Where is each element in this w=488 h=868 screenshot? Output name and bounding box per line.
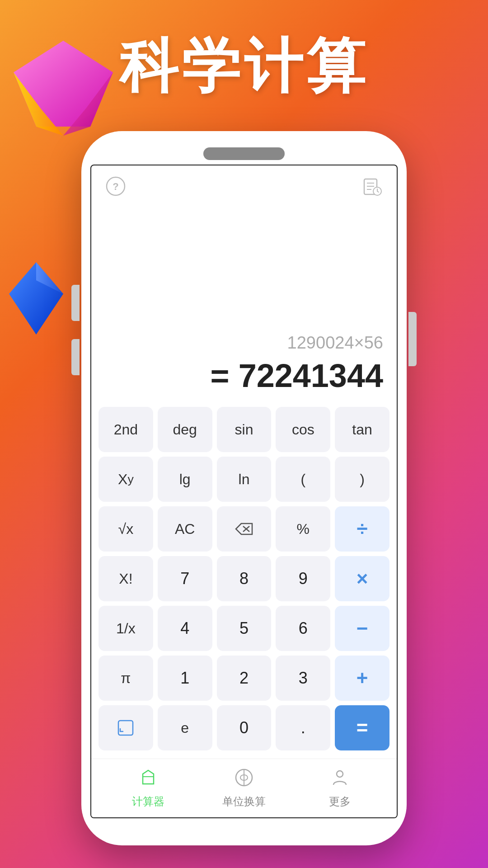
unit-converter-nav-icon [234, 768, 254, 792]
keypad-row-6: π 1 2 3 + [99, 656, 389, 701]
more-nav-label: 更多 [329, 794, 351, 809]
side-button-power [408, 312, 417, 366]
page-title: 科学计算 [0, 27, 488, 107]
key-3[interactable]: 3 [276, 656, 330, 701]
key-subtract[interactable]: − [335, 606, 389, 651]
display-area: 1290024×56 = 72241344 [91, 203, 397, 403]
keypad-row-1: 2nd deg sin cos tan [99, 407, 389, 452]
key-sin[interactable]: sin [217, 407, 272, 452]
keypad-row-2: Xy lg ln ( ) [99, 457, 389, 502]
key-6[interactable]: 6 [276, 606, 330, 651]
svg-point-18 [337, 771, 343, 777]
key-8[interactable]: 8 [217, 556, 272, 601]
key-power[interactable]: Xy [99, 457, 153, 502]
key-2[interactable]: 2 [217, 656, 272, 701]
screen-topbar: ? [91, 165, 397, 203]
key-lg[interactable]: lg [158, 457, 212, 502]
svg-text:?: ? [113, 181, 118, 192]
key-euler[interactable]: e [158, 705, 212, 750]
unit-converter-nav-label: 单位换算 [222, 794, 266, 809]
side-button-volume-down [71, 339, 80, 375]
key-factorial[interactable]: X! [99, 556, 153, 601]
key-close-paren[interactable]: ) [335, 457, 389, 502]
key-multiply[interactable]: × [335, 556, 389, 601]
side-button-volume-up [71, 285, 80, 321]
key-equals[interactable]: = [335, 705, 389, 750]
key-tan[interactable]: tan [335, 407, 389, 452]
key-7[interactable]: 7 [158, 556, 212, 601]
key-1[interactable]: 1 [158, 656, 212, 701]
key-0[interactable]: 0 [217, 705, 272, 750]
phone-mockup: ? 1290024×56 = 72241344 [81, 131, 407, 845]
key-format[interactable] [99, 705, 153, 750]
key-cos[interactable]: cos [276, 407, 330, 452]
keypad-row-7: e 0 . = [99, 705, 389, 750]
key-ln[interactable]: ln [217, 457, 272, 502]
keypad-area: 2nd deg sin cos tan Xy lg ln ( ) √x AC [91, 403, 397, 759]
calculator-nav-label: 计算器 [132, 794, 164, 809]
key-reciprocal[interactable]: 1/x [99, 606, 153, 651]
key-percent[interactable]: % [276, 506, 330, 552]
key-deg[interactable]: deg [158, 407, 212, 452]
key-pi[interactable]: π [99, 656, 153, 701]
nav-more[interactable]: 更多 [292, 768, 388, 809]
nav-calculator[interactable]: 计算器 [100, 768, 196, 809]
phone-screen: ? 1290024×56 = 72241344 [90, 165, 398, 818]
bottom-nav: 计算器 单位换算 更多 [91, 759, 397, 817]
nav-unit-converter[interactable]: 单位换算 [196, 768, 292, 809]
key-9[interactable]: 9 [276, 556, 330, 601]
key-2nd[interactable]: 2nd [99, 407, 153, 452]
keypad-row-5: 1/x 4 5 6 − [99, 606, 389, 651]
page-title-area: 科学计算 [0, 27, 488, 107]
calculator-nav-icon [138, 768, 158, 792]
more-nav-icon [330, 768, 350, 792]
key-4[interactable]: 4 [158, 606, 212, 651]
history-button[interactable] [361, 175, 384, 198]
result-display: = 72241344 [211, 357, 383, 394]
help-button[interactable]: ? [104, 175, 127, 198]
svg-rect-14 [118, 721, 133, 735]
key-sqrt[interactable]: √x [99, 506, 153, 552]
key-decimal[interactable]: . [276, 705, 330, 750]
expression-display: 1290024×56 [287, 333, 383, 353]
key-ac[interactable]: AC [158, 506, 212, 552]
key-divide[interactable]: ÷ [335, 506, 389, 552]
key-add[interactable]: + [335, 656, 389, 701]
decoration-diamond-left [0, 253, 72, 344]
keypad-row-4: X! 7 8 9 × [99, 556, 389, 601]
key-open-paren[interactable]: ( [276, 457, 330, 502]
phone-speaker [203, 147, 285, 160]
keypad-row-3: √x AC % ÷ [99, 506, 389, 552]
key-backspace[interactable] [217, 506, 272, 552]
key-5[interactable]: 5 [217, 606, 272, 651]
